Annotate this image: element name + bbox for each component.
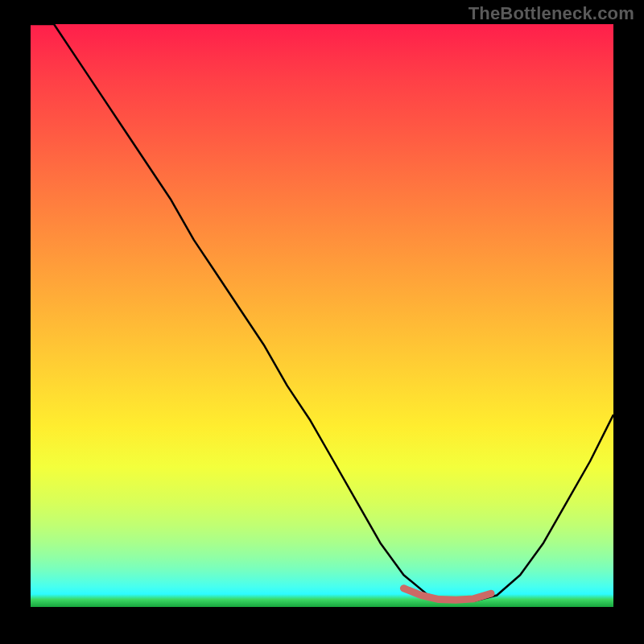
chart-frame: TheBottleneck.com [0,0,644,644]
bottleneck-curve-path [31,24,613,601]
optimal-range-path [403,588,491,601]
plot-area [31,24,613,607]
curve-layer [31,24,613,607]
watermark-text: TheBottleneck.com [469,3,634,24]
